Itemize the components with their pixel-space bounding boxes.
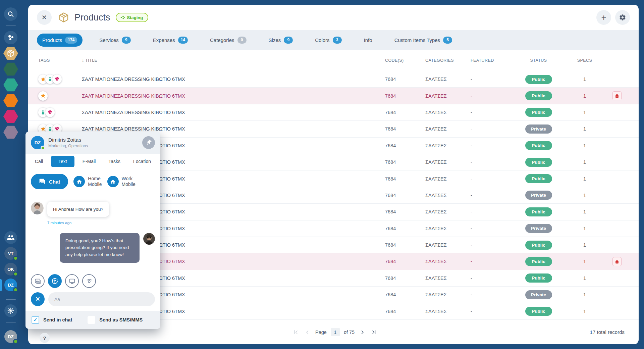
table-row[interactable]: ΣΑΛΤ ΜΑΓΙΟΝΕΖΑ DRESSING ΚΙΒΩΤΙΟ 6ΤΜΧ7684… (28, 88, 639, 104)
search-button[interactable] (4, 7, 17, 21)
col-specs[interactable]: SPECS (566, 58, 603, 63)
close-chat-button[interactable]: ✕ (31, 292, 45, 306)
sender-avatar (143, 233, 155, 245)
chat-popup: DZ Dimitris Zoitas Marketing, Operations… (25, 132, 160, 329)
sidebar-item-hex-pink[interactable] (3, 110, 18, 123)
home-mobile-button[interactable]: Home Mobile (73, 176, 102, 187)
sidebar-user-vt[interactable]: VT (4, 247, 17, 260)
sidebar-item-products-hex[interactable] (3, 47, 18, 60)
tab-services[interactable]: Services9 (94, 34, 136, 47)
tab-categories[interactable]: Categories0 (205, 34, 252, 47)
chat-tab-call[interactable]: Call (30, 156, 48, 167)
close-panel-button[interactable]: ✕ (37, 10, 52, 25)
avatar-initials: OK (7, 267, 14, 272)
sidebar-item-hex-mauve[interactable] (3, 126, 18, 139)
tab-label: Products (42, 37, 62, 43)
pin-button[interactable] (142, 136, 155, 149)
locked-indicator[interactable] (612, 91, 622, 100)
sidebar-item-hex-teal[interactable] (3, 78, 18, 92)
col-tags[interactable]: TAGS (38, 58, 82, 63)
settings-button[interactable] (615, 10, 630, 25)
col-status[interactable]: STATUS (511, 58, 566, 63)
contacts-button[interactable] (4, 231, 17, 244)
col-featured[interactable]: FEATURED (471, 58, 511, 63)
star-tag-icon (40, 77, 46, 82)
sidebar-divider (6, 322, 16, 322)
locked-indicator[interactable] (612, 257, 622, 266)
cell-specs: 1 (566, 209, 603, 214)
cell-featured: - (471, 143, 511, 148)
camera-button[interactable] (82, 274, 96, 288)
sidebar-item-hex-dark-green[interactable] (3, 62, 18, 76)
cell-status: Public (511, 75, 566, 84)
chat-tab-location[interactable]: Location (128, 156, 156, 167)
integrations-button[interactable] (4, 304, 17, 317)
cell-lock (603, 257, 631, 266)
quick-send-button[interactable] (48, 274, 62, 288)
lock-icon (614, 259, 620, 264)
tab-info[interactable]: Info (359, 34, 378, 46)
tab-expenses[interactable]: Expenses14 (148, 34, 193, 47)
table-row[interactable]: ΣΑΛΤ ΜΑΓΙΟΝΕΖΑ DRESSING ΚΙΒΩΤΙΟ 6ΤΜΧ7684… (28, 104, 639, 121)
tab-products[interactable]: Products174 (37, 34, 83, 47)
entity-tabs: Products174Services9Expenses14Categories… (28, 30, 639, 50)
tab-sizes[interactable]: Sizes9 (263, 34, 299, 47)
add-product-button[interactable]: + (596, 10, 611, 25)
cell-featured: - (471, 110, 511, 115)
panel-header: ✕ Products Staging + (28, 5, 639, 30)
tab-colors[interactable]: Colors3 (310, 34, 347, 47)
page-number-input[interactable]: 1 (331, 328, 340, 336)
page-label: Page (315, 330, 327, 335)
col-categories[interactable]: CATEGORIES (425, 58, 471, 63)
tab-label: Categories (210, 37, 234, 43)
cell-status: Public (511, 207, 566, 216)
cell-code: 7684 (385, 292, 425, 297)
prev-page-button[interactable] (304, 329, 311, 336)
send-in-chat-checkbox[interactable]: ✓ (32, 316, 39, 324)
chat-button[interactable]: Chat (31, 174, 68, 189)
screen-share-button[interactable] (65, 274, 79, 288)
image-icon (34, 278, 42, 285)
cell-status: Public (511, 158, 566, 167)
tab-custom-items-types[interactable]: Custom Items Types5 (389, 34, 458, 47)
avatar-initials: DZ (8, 283, 13, 288)
cell-category: ΣΑΛΤΣΕΣ (425, 209, 471, 214)
sidebar-user-dz[interactable]: DZ (4, 279, 17, 291)
tab-label: Expenses (153, 37, 175, 43)
sort-arrow-icon: ↓ (82, 58, 84, 63)
cell-specs: 1 (566, 292, 603, 297)
last-page-button[interactable] (370, 329, 377, 336)
message-input[interactable] (48, 292, 155, 306)
sidebar-user-ok[interactable]: OK (4, 263, 17, 276)
status-badge: Public (525, 241, 552, 250)
sidebar-item-hex-orange[interactable] (3, 94, 18, 107)
work-mobile-button[interactable]: Work Mobile (107, 176, 136, 187)
table-row[interactable]: ΣΑΛΤ ΜΑΓΙΟΝΕΖΑ DRESSING ΚΙΒΩΤΙΟ 6ΤΜΧ7684… (28, 71, 639, 88)
upload-arrow-icon (51, 277, 59, 285)
cell-featured: - (471, 259, 511, 264)
next-page-button[interactable] (359, 329, 366, 336)
help-button[interactable]: ? (40, 333, 50, 343)
chat-tab-tasks[interactable]: Tasks (104, 156, 125, 167)
cell-category: ΣΑΛΤΣΕΣ (425, 259, 471, 264)
contact-name: Dimitris Zoitas (48, 137, 88, 143)
attach-image-button[interactable] (31, 274, 45, 288)
chat-tab-email[interactable]: E-Mail (78, 156, 101, 167)
col-codes[interactable]: CODE(S) (385, 58, 425, 63)
apps-cluster-button[interactable] (4, 31, 17, 44)
chat-bubbles-icon (39, 178, 46, 185)
environment-badge: Staging (116, 13, 149, 22)
col-title[interactable]: ↓ TITLE (82, 58, 385, 63)
avatar-initials: VT (8, 251, 14, 256)
chat-tab-text[interactable]: Text (51, 156, 74, 167)
star-tag-icon (40, 93, 46, 99)
send-sms-checkbox[interactable] (88, 316, 95, 324)
monitor-icon (68, 278, 76, 285)
cell-status: Public (511, 307, 566, 316)
first-page-button[interactable] (292, 329, 300, 336)
message-timestamp[interactable]: 7 minutes ago (47, 221, 155, 225)
current-user-avatar[interactable]: DZ (4, 330, 17, 343)
cell-code: 7684 (385, 259, 425, 264)
status-badge: Private (525, 124, 552, 134)
person-tag-icon (47, 77, 53, 82)
